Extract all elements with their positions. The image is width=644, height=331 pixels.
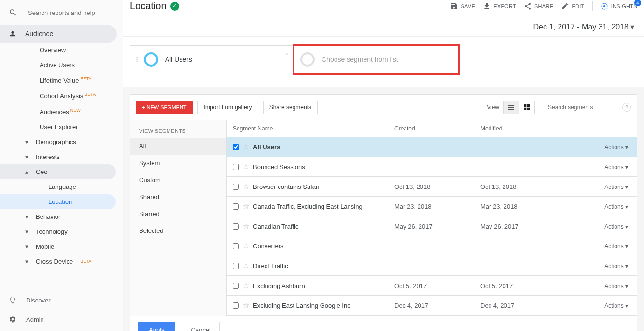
segment-chip-row: ▪▪▪▪▪▪ All Users ⌄ Choose segment from l… (123, 37, 644, 87)
table-row[interactable]: ☆ConvertersActions ▾ (227, 236, 637, 256)
category-item[interactable]: Starred (130, 205, 226, 222)
segment-name: Excluding East Lansing Google Inc (253, 302, 350, 309)
nav-discover[interactable]: Discover (0, 290, 117, 310)
sidebar-item[interactable]: User Explorer (0, 119, 123, 134)
segment-chip-all-users[interactable]: ▪▪▪▪▪▪ All Users ⌄ (130, 45, 294, 73)
actions-menu[interactable]: Actions ▾ (604, 184, 628, 190)
sidebar-item[interactable]: AudiencesNEW (0, 104, 123, 119)
insights-icon (601, 2, 608, 10)
actions-menu[interactable]: Actions ▾ (604, 144, 628, 151)
row-checkbox[interactable] (233, 184, 239, 190)
row-checkbox[interactable] (233, 243, 239, 249)
view-toggle[interactable] (503, 101, 535, 114)
actions-menu[interactable]: Actions ▾ (604, 302, 628, 309)
segment-name: Canada Traffic, Excluding East Lansing (253, 203, 363, 210)
chevron-icon: ▾ (25, 228, 30, 235)
import-gallery-button[interactable]: Import from gallery (197, 101, 258, 114)
grip-icon: ▪▪▪▪▪▪ (136, 57, 137, 62)
table-row[interactable]: ☆Excluding East Lansing Google IncDec 4,… (227, 296, 637, 316)
share-icon (524, 2, 532, 10)
star-icon[interactable]: ☆ (243, 143, 249, 151)
view-grid-icon[interactable] (519, 101, 534, 114)
category-item[interactable]: Custom (130, 172, 226, 188)
sidebar-item[interactable]: Active Users (0, 58, 123, 72)
star-icon[interactable]: ☆ (243, 182, 249, 191)
table-header: Segment Name Created Modified (227, 120, 637, 137)
star-icon[interactable]: ☆ (243, 222, 249, 230)
insights-button[interactable]: INSIGHTS (601, 2, 637, 10)
segments-table: Segment Name Created Modified ☆All Users… (227, 120, 637, 316)
sidebar-item[interactable]: Overview (0, 43, 123, 58)
sidebar-item[interactable]: Cohort AnalysisBETA (0, 88, 123, 103)
segments-search-input[interactable] (548, 104, 620, 111)
save-icon (450, 2, 458, 10)
new-segment-button[interactable]: + NEW SEGMENT (136, 101, 193, 114)
table-row[interactable]: ☆All UsersActions ▾ (227, 137, 637, 157)
star-icon[interactable]: ☆ (243, 202, 249, 211)
segment-circle-icon (144, 52, 158, 67)
table-row[interactable]: ☆Direct TrafficActions ▾ (227, 256, 637, 276)
help-icon[interactable]: ? (622, 103, 631, 112)
share-button[interactable]: SHARE (524, 2, 553, 10)
table-row[interactable]: ☆Canada Traffic, Excluding East LansingM… (227, 197, 637, 216)
star-icon[interactable]: ☆ (243, 261, 249, 270)
view-list-icon[interactable] (504, 101, 519, 114)
sidebar-group[interactable]: ▾Cross DeviceBETA (0, 254, 123, 269)
row-checkbox[interactable] (233, 164, 239, 170)
table-row[interactable]: ☆Excluding AshburnOct 5, 2017Oct 5, 2017… (227, 276, 637, 296)
actions-menu[interactable]: Actions ▾ (604, 283, 628, 289)
table-row[interactable]: ☆Bounced SessionsActions ▾ (227, 157, 637, 177)
row-checkbox[interactable] (233, 263, 239, 269)
sidebar-group[interactable]: ▾Demographics (0, 134, 123, 149)
view-label: View (487, 104, 499, 111)
row-checkbox[interactable] (233, 223, 239, 230)
sidebar-search[interactable] (0, 0, 123, 25)
actions-menu[interactable]: Actions ▾ (604, 263, 628, 270)
edit-button[interactable]: EDIT (561, 2, 584, 10)
category-item[interactable]: System (130, 155, 226, 172)
segment-name: Excluding Ashburn (253, 282, 305, 289)
star-icon[interactable]: ☆ (243, 301, 249, 310)
nav-audience[interactable]: Audience (0, 25, 117, 43)
share-segments-button[interactable]: Share segments (263, 101, 318, 114)
export-button[interactable]: EXPORT (483, 2, 516, 10)
sidebar-group[interactable]: ▾Interests (0, 149, 123, 164)
gear-icon (9, 316, 16, 323)
sidebar-group[interactable]: ▾Technology (0, 224, 123, 239)
category-item[interactable]: Shared (130, 188, 226, 205)
row-checkbox[interactable] (233, 144, 239, 150)
segment-name: Canadian Traffic (253, 223, 298, 230)
apply-button[interactable]: Apply (138, 322, 175, 331)
sidebar-leaf[interactable]: Location (0, 194, 116, 209)
verified-icon: ✓ (170, 2, 179, 11)
row-checkbox[interactable] (233, 283, 239, 289)
sidebar-leaf[interactable]: Language (0, 179, 123, 194)
star-icon[interactable]: ☆ (243, 281, 249, 290)
actions-menu[interactable]: Actions ▾ (604, 243, 628, 250)
actions-menu[interactable]: Actions ▾ (604, 223, 628, 230)
th-name[interactable]: Segment Name (227, 120, 389, 137)
row-checkbox[interactable] (233, 302, 239, 309)
cancel-button[interactable]: Cancel (182, 322, 220, 331)
save-button[interactable]: SAVE (450, 2, 475, 10)
segments-search[interactable] (539, 101, 618, 114)
table-row[interactable]: ☆Browser contains SafariOct 13, 2018Oct … (227, 177, 637, 197)
actions-menu[interactable]: Actions ▾ (604, 203, 628, 210)
th-created[interactable]: Created (389, 120, 475, 137)
star-icon[interactable]: ☆ (243, 242, 249, 250)
category-item[interactable]: Selected (130, 222, 226, 239)
th-modified[interactable]: Modified (475, 120, 556, 137)
table-row[interactable]: ☆Canadian TrafficMay 26, 2017May 26, 201… (227, 216, 637, 236)
sidebar-group[interactable]: ▾Behavior (0, 209, 123, 224)
sidebar-search-input[interactable] (28, 9, 114, 16)
sidebar-group[interactable]: ▾Mobile (0, 239, 123, 254)
category-item[interactable]: All (130, 138, 226, 155)
sidebar-group[interactable]: ▴Geo (0, 164, 116, 179)
row-checkbox[interactable] (233, 203, 239, 210)
segment-chip-choose[interactable]: Choose segment from list (294, 45, 458, 73)
nav-admin[interactable]: Admin (0, 310, 117, 329)
actions-menu[interactable]: Actions ▾ (604, 164, 628, 171)
sidebar-item[interactable]: Lifetime ValueBETA (0, 72, 123, 88)
date-range-picker[interactable]: Dec 1, 2017 - May 31, 2018▾ (123, 15, 644, 37)
star-icon[interactable]: ☆ (243, 162, 249, 171)
